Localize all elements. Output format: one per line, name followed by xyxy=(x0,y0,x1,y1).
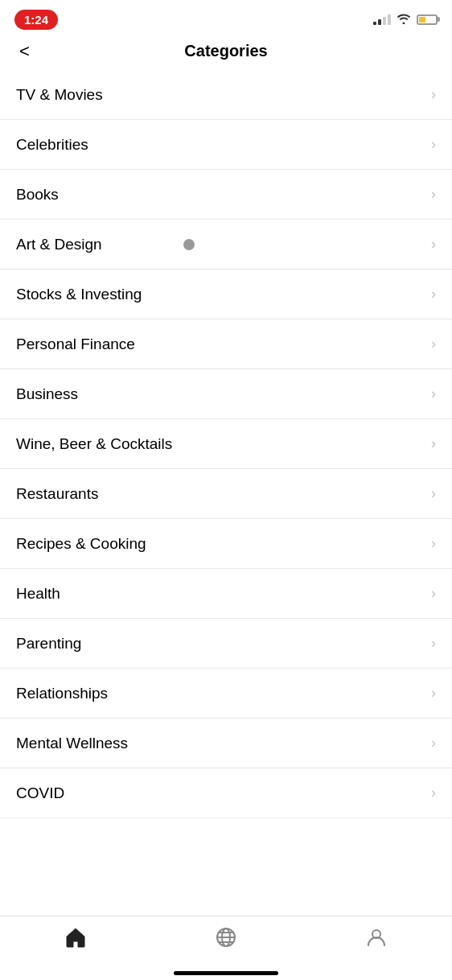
status-time: 1:24 xyxy=(14,10,58,30)
category-label-stocks-investing: Stocks & Investing xyxy=(16,286,142,303)
chevron-right-icon: › xyxy=(431,136,436,153)
list-item-restaurants[interactable]: Restaurants› xyxy=(0,469,452,519)
chevron-right-icon: › xyxy=(431,286,436,303)
chevron-right-icon: › xyxy=(431,535,436,552)
category-label-health: Health xyxy=(16,585,60,603)
chevron-right-icon: › xyxy=(431,86,436,103)
back-button[interactable]: < xyxy=(13,38,36,65)
category-label-restaurants: Restaurants xyxy=(16,485,98,503)
category-label-wine-beer-cocktails: Wine, Beer & Cocktails xyxy=(16,435,172,453)
globe-icon xyxy=(215,926,237,954)
user-icon xyxy=(365,926,388,954)
list-item-wine-beer-cocktails[interactable]: Wine, Beer & Cocktails› xyxy=(0,419,452,469)
signal-icon xyxy=(373,14,391,25)
home-indicator xyxy=(174,971,278,975)
chevron-right-icon: › xyxy=(431,186,436,203)
category-label-relationships: Relationships xyxy=(16,685,108,702)
battery-icon xyxy=(417,14,438,25)
category-label-covid: COVID xyxy=(16,784,64,802)
list-item-celebrities[interactable]: Celebrities› xyxy=(0,120,452,170)
tab-explore[interactable] xyxy=(150,916,301,964)
list-item-tv-movies[interactable]: TV & Movies› xyxy=(0,70,452,120)
scroll-indicator-dot xyxy=(183,239,195,250)
chevron-right-icon: › xyxy=(431,685,436,702)
category-label-celebrities: Celebrities xyxy=(16,136,88,154)
chevron-right-icon: › xyxy=(431,336,436,352)
category-list: TV & Movies›Celebrities›Books›Art & Desi… xyxy=(0,70,452,818)
list-item-personal-finance[interactable]: Personal Finance› xyxy=(0,319,452,369)
list-item-covid[interactable]: COVID› xyxy=(0,768,452,818)
category-label-recipes-cooking: Recipes & Cooking xyxy=(16,535,146,553)
category-label-parenting: Parenting xyxy=(16,635,81,653)
tab-profile[interactable] xyxy=(302,916,452,964)
list-item-mental-wellness[interactable]: Mental Wellness› xyxy=(0,719,452,768)
chevron-right-icon: › xyxy=(431,585,436,602)
list-item-parenting[interactable]: Parenting› xyxy=(0,619,452,669)
header: < Categories xyxy=(0,35,452,70)
chevron-right-icon: › xyxy=(431,735,436,751)
list-item-recipes-cooking[interactable]: Recipes & Cooking› xyxy=(0,519,452,569)
status-icons xyxy=(373,12,438,27)
tab-bar xyxy=(0,916,452,980)
status-bar: 1:24 xyxy=(0,0,452,35)
chevron-right-icon: › xyxy=(431,435,436,452)
category-label-personal-finance: Personal Finance xyxy=(16,336,135,353)
list-item-business[interactable]: Business› xyxy=(0,369,452,419)
home-icon xyxy=(64,926,87,954)
list-item-health[interactable]: Health› xyxy=(0,569,452,619)
page-title: Categories xyxy=(184,42,267,60)
chevron-right-icon: › xyxy=(431,485,436,502)
list-item-relationships[interactable]: Relationships› xyxy=(0,669,452,719)
wifi-icon xyxy=(396,12,412,27)
category-label-tv-movies: TV & Movies xyxy=(16,86,103,104)
chevron-right-icon: › xyxy=(431,784,436,801)
category-label-mental-wellness: Mental Wellness xyxy=(16,735,128,752)
category-label-art-design: Art & Design xyxy=(16,236,102,253)
category-label-books: Books xyxy=(16,186,59,204)
chevron-right-icon: › xyxy=(431,635,436,652)
list-item-art-design[interactable]: Art & Design› xyxy=(0,220,452,270)
category-label-business: Business xyxy=(16,385,78,403)
list-item-stocks-investing[interactable]: Stocks & Investing› xyxy=(0,270,452,319)
tab-home[interactable] xyxy=(0,916,150,964)
chevron-right-icon: › xyxy=(431,236,436,253)
chevron-right-icon: › xyxy=(431,385,436,402)
list-item-books[interactable]: Books› xyxy=(0,170,452,220)
